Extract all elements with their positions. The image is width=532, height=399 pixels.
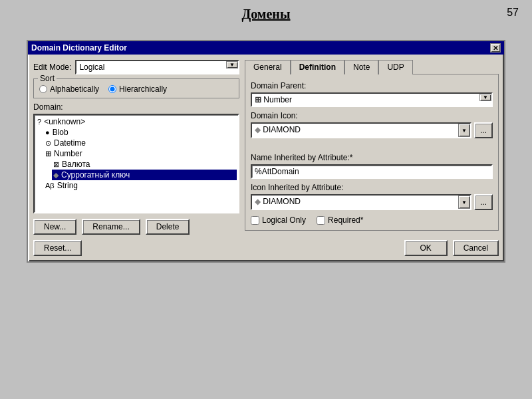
list-item[interactable]: ? <unknown> — [36, 116, 237, 127]
tab-definition[interactable]: Definition — [291, 60, 344, 74]
right-panel: General Definition Note UDP Domain Paren… — [245, 60, 499, 235]
icon-inherited-select[interactable]: ◆ DIAMOND ▼ — [251, 194, 471, 210]
icon-inherited-arrow[interactable]: ▼ — [458, 196, 470, 209]
required-label: Required* — [328, 215, 363, 225]
radio-alphabetically-input[interactable] — [39, 85, 47, 93]
logical-only-input[interactable] — [251, 216, 259, 225]
list-item[interactable]: ◆ Суррогатный ключ — [52, 170, 237, 180]
domain-parent-select[interactable]: ⊞ Number ▼ — [251, 92, 493, 107]
ok-button[interactable]: OK — [404, 240, 448, 256]
diamond-icon: ◆ — [255, 125, 261, 134]
list-item[interactable]: ● Blob — [44, 127, 237, 138]
name-inherited-label: Name Inherited by Attribute:* — [251, 153, 493, 162]
delete-button[interactable]: Delete — [146, 219, 190, 235]
domain-parent-arrow[interactable]: ▼ — [479, 94, 491, 101]
sort-radio-row: Alphabetically Hierarchically — [39, 84, 233, 94]
edit-mode-value: Logical — [76, 61, 226, 73]
surrogate-icon: ◆ — [53, 171, 59, 180]
radio-hierarchically[interactable]: Hierarchically — [108, 84, 167, 94]
tab-bar: General Definition Note UDP — [245, 60, 499, 74]
tab-panel: Domain Parent: ⊞ Number ▼ Domain Icon: ◆… — [245, 74, 499, 231]
radio-hierarchically-label: Hierarchically — [119, 84, 167, 94]
logical-only-checkbox[interactable]: Logical Only — [251, 215, 306, 225]
domain-icon-label: Domain Icon: — [251, 111, 493, 120]
page-number: 57 — [507, 7, 519, 19]
reset-button[interactable]: Reset... — [33, 240, 82, 256]
icon-inherited-value: ◆ DIAMOND — [252, 196, 458, 209]
tab-udp[interactable]: UDP — [378, 60, 412, 74]
domain-parent-label: Domain Parent: — [251, 81, 493, 90]
new-button[interactable]: New... — [33, 219, 76, 235]
radio-alphabetically-label: Alphabetically — [50, 84, 99, 94]
domain-parent-icon: ⊞ — [255, 95, 261, 104]
list-item[interactable]: ⊙ Datetime — [44, 138, 237, 148]
datetime-icon: ⊙ — [45, 139, 51, 148]
domain-icon-arrow[interactable]: ▼ — [458, 124, 470, 137]
domain-icon-select[interactable]: ◆ DIAMOND ▼ — [251, 122, 471, 138]
domain-list[interactable]: ? <unknown> ● Blob ⊙ Datetime ⊞ Number ⊠ — [33, 114, 239, 213]
string-icon: Aβ — [45, 182, 55, 190]
icon-inherited-label: Icon Inherited by Attribute: — [251, 183, 493, 192]
number-icon: ⊞ — [45, 150, 51, 158]
name-inherited-input[interactable]: %AttDomain — [251, 164, 493, 179]
sort-legend: Sort — [38, 74, 57, 83]
name-inherited-value: %AttDomain — [255, 167, 299, 176]
edit-mode-label: Edit Mode: — [33, 63, 71, 72]
required-input[interactable] — [317, 216, 325, 225]
logical-only-label: Logical Only — [262, 215, 306, 225]
domain-parent-value: ⊞ Number — [252, 94, 479, 106]
radio-hierarchically-input[interactable] — [108, 85, 116, 93]
icon-inherited-browse-button[interactable]: ... — [474, 194, 493, 210]
domain-label: Domain: — [33, 102, 239, 112]
checkbox-row: Logical Only Required* — [251, 215, 493, 225]
domain-icon-value: ◆ DIAMOND — [252, 124, 458, 137]
list-item[interactable]: Aβ String — [44, 180, 237, 191]
edit-mode-select[interactable]: Logical ▼ — [75, 60, 239, 74]
dialog-title: Domain Dictionary Editor — [31, 43, 127, 53]
edit-mode-arrow[interactable]: ▼ — [226, 61, 238, 68]
ok-cancel-row: OK Cancel — [404, 240, 499, 256]
dialog-window: Domain Dictionary Editor ✕ Edit Mode: Lo… — [27, 40, 505, 263]
cancel-button[interactable]: Cancel — [453, 240, 499, 256]
dialog-body: Edit Mode: Logical ▼ Sort Alphabetically — [28, 55, 504, 240]
icon-inherited-row: ◆ DIAMOND ▼ ... — [251, 194, 493, 210]
domain-buttons-row: New... Rename... Delete — [33, 219, 239, 235]
domain-icon-browse-button[interactable]: ... — [474, 122, 493, 138]
tab-general[interactable]: General — [245, 60, 291, 74]
unknown-icon: ? — [37, 118, 41, 126]
close-button[interactable]: ✕ — [490, 43, 501, 53]
blob-icon: ● — [45, 128, 50, 136]
left-panel: Edit Mode: Logical ▼ Sort Alphabetically — [33, 60, 239, 235]
edit-mode-row: Edit Mode: Logical ▼ — [33, 60, 239, 74]
list-item[interactable]: ⊠ Валюта — [52, 159, 237, 170]
sort-group: Sort Alphabetically Hierarchically — [33, 78, 239, 98]
tab-note[interactable]: Note — [344, 60, 378, 74]
bottom-bar: Reset... OK Cancel — [28, 240, 504, 261]
domain-icon-row: ◆ DIAMOND ▼ ... — [251, 122, 493, 138]
radio-alphabetically[interactable]: Alphabetically — [39, 84, 99, 94]
dialog-titlebar: Domain Dictionary Editor ✕ — [28, 41, 504, 55]
rename-button[interactable]: Rename... — [82, 219, 140, 235]
page-title: Домены — [0, 0, 532, 26]
icon-inherited-diamond-icon: ◆ — [255, 197, 261, 206]
list-item[interactable]: ⊞ Number — [44, 148, 237, 159]
required-checkbox[interactable]: Required* — [317, 215, 363, 225]
valyuta-icon: ⊠ — [53, 160, 59, 169]
